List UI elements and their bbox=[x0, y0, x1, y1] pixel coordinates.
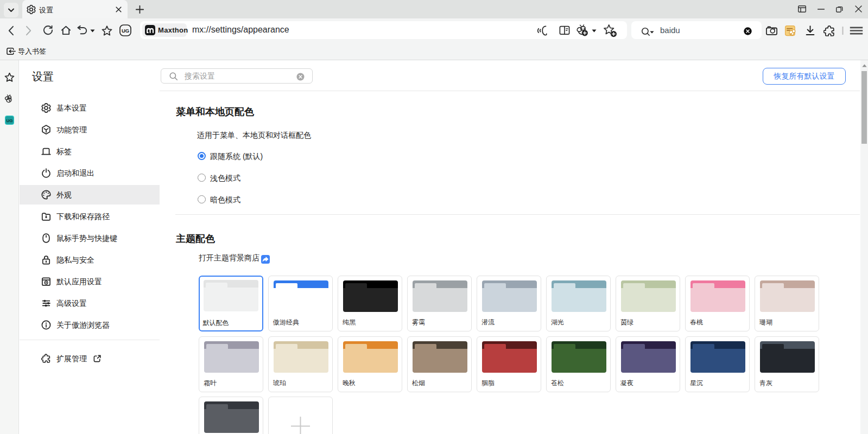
svg-text:UG: UG bbox=[122, 28, 129, 34]
svg-text:UG: UG bbox=[7, 118, 13, 123]
